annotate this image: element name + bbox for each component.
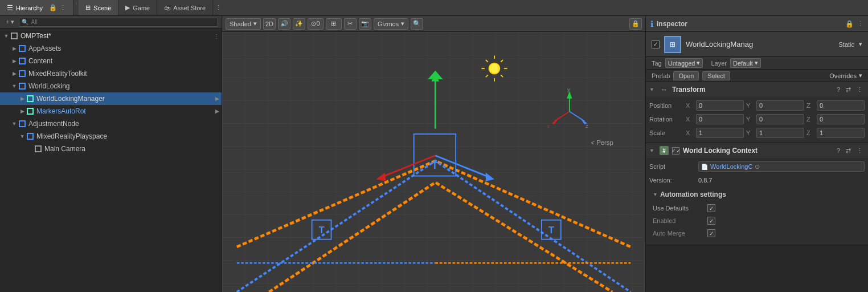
tab-hierarchy[interactable]: ☰ Hierarchy 🔒 ⋮ [0, 0, 73, 15]
scale-x-input[interactable]: 1 [696, 128, 744, 138]
scale-z-input[interactable]: 1 [817, 128, 865, 138]
scene-search-btn[interactable]: 🔍 [411, 18, 423, 30]
automation-section-header[interactable]: ▼ Automation settings [649, 188, 865, 201]
wlc-help-btn[interactable]: ? [835, 147, 842, 155]
mrp-arrow [18, 133, 26, 139]
hierarchy-panel: + ▾ 🔍 OMPTest* ⋮ AppAssets [0, 16, 222, 292]
prefab-label: Prefab [652, 72, 670, 79]
hierarchy-search-box[interactable]: 🔍 [19, 18, 218, 27]
scene-btn-extra1[interactable]: ⊙0 [308, 18, 324, 30]
inspector-title: Inspector [657, 20, 842, 28]
scene-geometry: T T T [237, 55, 631, 292]
prefab-overrides-dropdown[interactable]: Overrides ▾ [829, 72, 862, 79]
script-icon: 📄 [701, 164, 708, 170]
inspector-more-icon[interactable]: ⋮ [857, 20, 863, 27]
tree-item-appassets[interactable]: AppAssets [0, 42, 222, 55]
hierarchy-toolbar: + ▾ 🔍 [0, 16, 222, 29]
add-hierarchy-button[interactable]: + ▾ [3, 17, 17, 27]
wlc-version-row: Version: 0.8.7 [649, 174, 865, 186]
svg-text:< Persp: < Persp [591, 139, 613, 146]
shading-dropdown[interactable]: Shaded ▾ [226, 18, 261, 30]
tree-item-adjnode[interactable]: AdjustmentNode [0, 117, 222, 130]
tree-item-mrt[interactable]: MixedRealityToolkit [0, 67, 222, 80]
tree-item-mrp[interactable]: MixedRealityPlayspace [0, 130, 222, 143]
tree-item-worldlocking[interactable]: WorldLocking [0, 80, 222, 92]
static-dropdown[interactable]: ▾ [859, 40, 862, 48]
more-icon: ⋮ [60, 4, 66, 11]
fx-button[interactable]: ✨ [293, 18, 305, 30]
scale-y-input[interactable]: 1 [756, 128, 804, 138]
wlc-more-btn[interactable]: ⋮ [855, 147, 865, 155]
tab-game[interactable]: ▶ Game [118, 0, 157, 15]
root-label: OMPTest* [21, 32, 51, 40]
scene-btn-extra3[interactable]: ✂ [344, 18, 357, 30]
transform-help-btn[interactable]: ? [835, 86, 842, 94]
transform-arrow: ▼ [649, 87, 656, 92]
tree-item-main-camera[interactable]: Main Camera [0, 143, 222, 155]
scene-btn-extra4[interactable]: 📷 [359, 18, 371, 30]
transform-header[interactable]: ▼ ↔ Transform ? ⇄ ⋮ [646, 82, 868, 97]
wlc-script-value[interactable]: 📄 WorldLockingC ⊙ [698, 161, 865, 172]
scene-lock-btn[interactable]: 🔒 [629, 18, 642, 30]
use-defaults-checkbox[interactable] [707, 204, 715, 212]
rot-y-input[interactable]: 0 [756, 114, 804, 124]
tree-item-mar[interactable]: MarkersAutoRot ▶ [0, 105, 222, 117]
gizmos-label: Gizmos [378, 21, 399, 27]
tag-dropdown[interactable]: Untagged ▾ [665, 58, 703, 68]
scene-btn-extra2[interactable]: ⊞ [326, 18, 342, 30]
prefab-select-button[interactable]: Select [702, 71, 730, 80]
pos-y-input[interactable]: 0 [756, 100, 804, 111]
root-more-icon[interactable]: ⋮ [214, 33, 219, 39]
enabled-checkbox[interactable] [707, 217, 715, 225]
prefab-open-button[interactable]: Open [673, 71, 699, 80]
pos-z-input[interactable]: 0 [817, 100, 865, 111]
tree-item-content[interactable]: Content [0, 55, 222, 67]
static-label: Static [838, 41, 854, 48]
layer-arrow: ▾ [755, 59, 758, 67]
worldlocking-icon [18, 82, 26, 90]
scale-x-axis: X [686, 129, 694, 136]
inspector-lock-icon[interactable]: 🔒 [845, 20, 854, 28]
tab-scene[interactable]: ⊞ Scene [79, 0, 118, 15]
shading-arrow: ▾ [253, 20, 257, 27]
svg-marker-12 [376, 173, 386, 181]
tab-asset-store[interactable]: 🛍 Asset Store [157, 0, 213, 15]
wlc-active-checkbox[interactable]: ✓ [672, 147, 679, 155]
tab-separator [76, 2, 76, 14]
wlc-settings-btn[interactable]: ⇄ [844, 147, 853, 155]
tree-item-root[interactable]: OMPTest* ⋮ [0, 30, 222, 42]
transform-section: ▼ ↔ Transform ? ⇄ ⋮ Position X 0 Y 0 Z [646, 82, 868, 143]
transform-name: Transform [672, 86, 832, 94]
object-active-checkbox[interactable] [652, 40, 660, 48]
wlc-version-value: 0.8.7 [698, 177, 865, 184]
tree-item-wlm[interactable]: WorldLockingManager ▶ [0, 92, 222, 105]
content-icon [18, 57, 26, 65]
script-dots: ⊙ [755, 163, 760, 171]
adjnode-arrow [10, 121, 18, 127]
tag-label: Tag [652, 60, 662, 67]
rot-z-input[interactable]: 0 [817, 114, 865, 124]
scene-icon: ⊞ [85, 4, 91, 11]
pos-x-input[interactable]: 0 [696, 100, 744, 111]
audio-button[interactable]: 🔊 [278, 18, 290, 30]
gizmos-dropdown[interactable]: Gizmos ▾ [374, 18, 408, 30]
wlc-header[interactable]: ▼ # ✓ World Locking Context ? ⇄ ⋮ [646, 143, 868, 158]
scene-svg: T T T [222, 32, 645, 292]
transform-settings-btn[interactable]: ⇄ [844, 86, 853, 94]
svg-marker-26 [552, 118, 559, 124]
transform-more-btn[interactable]: ⋮ [855, 86, 865, 94]
hierarchy-search-input[interactable] [31, 19, 215, 25]
scene-view[interactable]: T T T [222, 32, 645, 292]
rot-x-input[interactable]: 0 [696, 114, 744, 124]
2d-button[interactable]: 2D [263, 18, 276, 30]
object-name[interactable]: WorldLockingManag [686, 40, 834, 48]
hierarchy-tree: OMPTest* ⋮ AppAssets Content MixedRealit… [0, 29, 222, 292]
mc-icon [34, 145, 42, 153]
inspector-icon: ℹ [650, 19, 653, 29]
wlc-actions: ? ⇄ ⋮ [835, 147, 865, 155]
svg-text:T: T [548, 225, 555, 236]
worldlocking-label: WorldLocking [28, 82, 69, 90]
auto-merge-checkbox[interactable] [707, 229, 715, 237]
layer-dropdown[interactable]: Default ▾ [730, 58, 761, 68]
root-arrow [2, 33, 10, 39]
